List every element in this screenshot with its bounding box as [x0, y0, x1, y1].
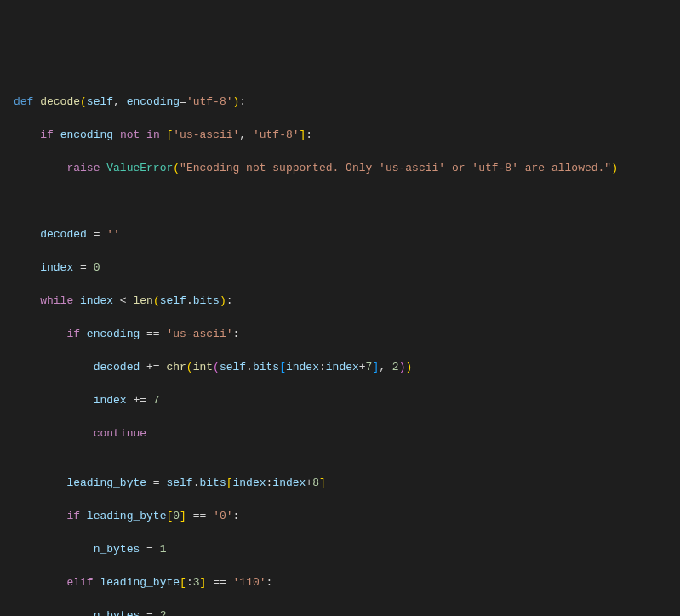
code-line: n_bytes = 2: [14, 607, 666, 616]
code-line: if encoding not in ['us-ascii', 'utf-8']…: [14, 127, 666, 144]
code-line: if encoding == 'us-ascii':: [14, 326, 666, 343]
code-line: elif leading_byte[:3] == '110':: [14, 574, 666, 591]
code-line: while index < len(self.bits):: [14, 293, 666, 310]
code-line: leading_byte = self.bits[index:index+8]: [14, 475, 666, 492]
code-line: decoded = '': [14, 226, 666, 243]
code-line: decoded += chr(int(self.bits[index:index…: [14, 359, 666, 376]
code-line: continue: [14, 425, 666, 442]
code-line: raise ValueError("Encoding not supported…: [14, 160, 666, 177]
code-line: n_bytes = 1: [14, 541, 666, 558]
code-line: index += 7: [14, 392, 666, 409]
code-block: def decode(self, encoding='utf-8'): if e…: [14, 94, 666, 617]
code-line: def decode(self, encoding='utf-8'):: [14, 94, 666, 111]
code-line: if leading_byte[0] == '0':: [14, 508, 666, 525]
code-line: index = 0: [14, 260, 666, 277]
